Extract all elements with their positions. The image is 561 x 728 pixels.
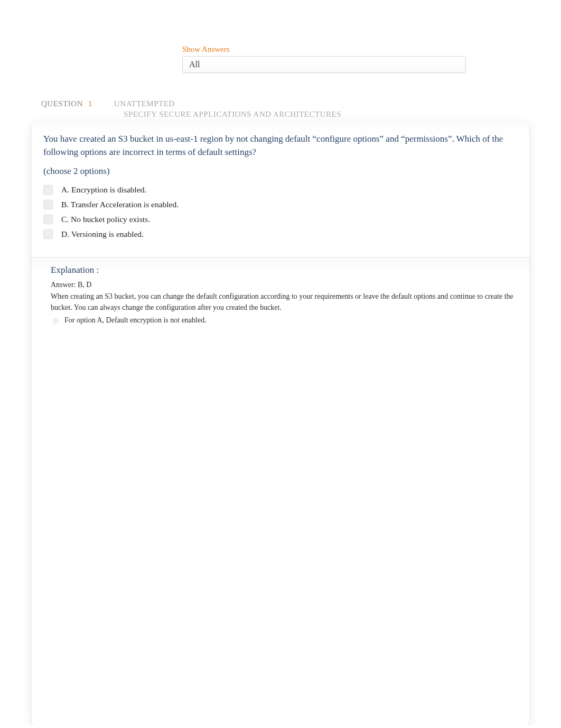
question-label: QUESTION xyxy=(41,99,83,108)
option-a[interactable]: A. Encryption is disabled. xyxy=(43,185,518,195)
explanation-block: Explanation : Answer: B, D When creating… xyxy=(32,257,529,335)
show-answers-label: Show Answers xyxy=(182,45,467,54)
question-card: You have created an S3 bucket in us-east… xyxy=(32,122,529,725)
question-text: You have created an S3 bucket in us-east… xyxy=(43,133,518,159)
show-answers-dropdown[interactable]: All xyxy=(182,56,466,73)
option-d[interactable]: D. Versioning is enabled. xyxy=(43,229,518,239)
bullet-text: For option A, Default encryption is not … xyxy=(64,316,207,325)
checkbox-icon[interactable] xyxy=(43,229,53,239)
option-text: A. Encryption is disabled. xyxy=(61,185,146,195)
checkbox-icon[interactable] xyxy=(43,215,53,224)
option-c[interactable]: C. No bucket policy exists. xyxy=(43,215,518,224)
answer-line: Answer: B, D xyxy=(51,281,518,289)
option-text: D. Versioning is enabled. xyxy=(61,229,144,239)
checkbox-icon[interactable] xyxy=(43,200,53,209)
question-number: 1 xyxy=(88,99,92,108)
show-answers-filter: Show Answers All xyxy=(182,45,467,73)
question-category: SPECIFY SECURE APPLICATIONS AND ARCHITEC… xyxy=(124,110,341,119)
option-text: C. No bucket policy exists. xyxy=(61,215,150,224)
question-status: UNATTEMPTED xyxy=(114,99,175,108)
explanation-title: Explanation : xyxy=(51,265,518,275)
option-text: B. Transfer Acceleration is enabled. xyxy=(61,200,179,209)
checkbox-icon[interactable] xyxy=(43,185,53,195)
question-meta: QUESTION 1 UNATTEMPTED xyxy=(0,99,561,108)
question-hint: (choose 2 options) xyxy=(43,166,518,177)
explanation-bullet: For option A, Default encryption is not … xyxy=(51,316,518,325)
explanation-paragraph: When creating an S3 bucket, you can chan… xyxy=(51,291,518,313)
option-b[interactable]: B. Transfer Acceleration is enabled. xyxy=(43,200,518,209)
bullet-icon xyxy=(53,318,58,324)
